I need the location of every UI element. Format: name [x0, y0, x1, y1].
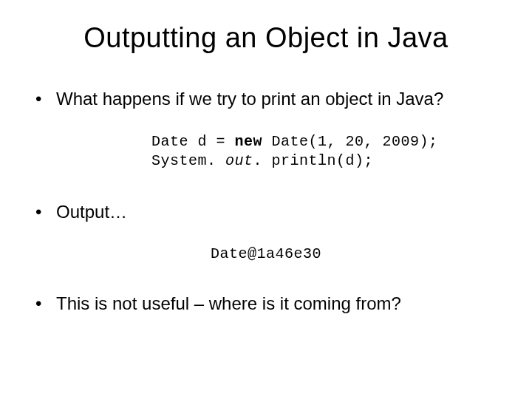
code-keyword-new: new: [235, 133, 263, 150]
bullet-item-conclusion: This is not useful – where is it coming …: [35, 292, 502, 315]
bullet-item-output: Output…: [35, 200, 502, 223]
code-text: . println(d);: [253, 152, 374, 169]
code-italic-out: out: [225, 152, 253, 169]
code-text: Date d =: [151, 133, 235, 150]
code-text: System.: [151, 152, 225, 169]
code-text: Date(1, 20, 2009);: [262, 133, 438, 150]
code-line-1: Date d = new Date(1, 20, 2009);: [151, 132, 502, 151]
bullet-item-question: What happens if we try to print an objec…: [35, 87, 502, 110]
slide-title: Outputting an Object in Java: [30, 22, 502, 54]
bullet-list: What happens if we try to print an objec…: [30, 87, 502, 110]
bullet-list-output: Output…: [30, 200, 502, 223]
code-line-2: System. out. println(d);: [151, 151, 502, 171]
code-block-declaration: Date d = new Date(1, 20, 2009); System. …: [30, 132, 502, 171]
bullet-list-conclusion: This is not useful – where is it coming …: [30, 292, 502, 315]
output-block: Date@1a46e30: [30, 245, 502, 262]
